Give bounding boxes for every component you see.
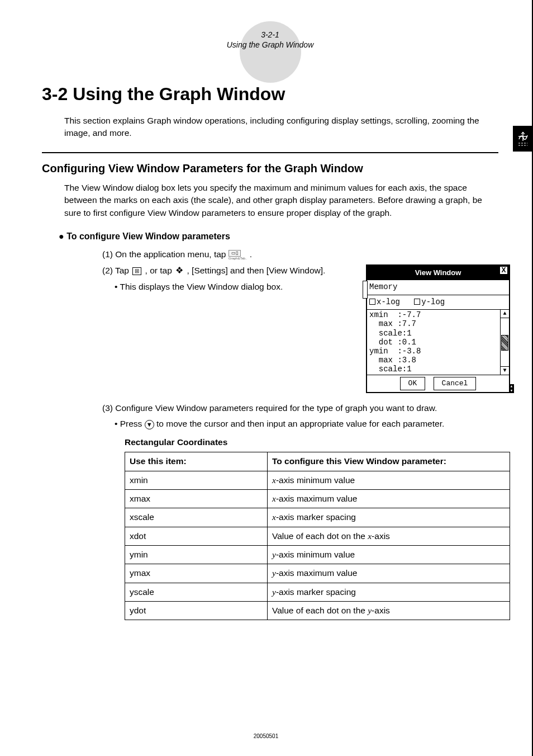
cell-item: yscale: [125, 583, 268, 601]
dialog-body: xmin :-7.7 max :7.7 scale:1 dot :0.1 ymi…: [367, 310, 509, 375]
scroll-up-icon[interactable]: ▲: [501, 310, 509, 318]
dialog-memory-menu[interactable]: Memory: [367, 280, 509, 295]
cell-item: ydot: [125, 601, 268, 620]
dialog-params[interactable]: xmin :-7.7 max :7.7 scale:1 dot :0.1 ymi…: [367, 310, 500, 375]
cell-desc: Value of each dot on the y-axis: [268, 601, 510, 620]
cell-item: ymax: [125, 564, 268, 583]
header-subtitle: Using the Graph Window: [42, 40, 498, 49]
ylog-label: y-log: [421, 297, 445, 306]
cell-desc: y-axis maximum value: [268, 564, 510, 583]
app-menu-icon-label: Graph&Tab..: [229, 257, 248, 260]
view-window-icon: ⊞: [132, 267, 141, 275]
cell-desc: x-axis marker spacing: [268, 508, 510, 527]
intro-text: This section explains Graph window opera…: [42, 115, 498, 140]
dialog-title-bar: View Window X: [367, 266, 509, 280]
resize-grip-icon[interactable]: ▴▾: [509, 384, 514, 393]
header-page-num: 3-2-1: [42, 17, 498, 39]
subsection-para: The View Window dialog box lets you spec…: [42, 182, 498, 219]
cancel-button[interactable]: Cancel: [434, 377, 477, 390]
cell-desc: x-axis maximum value: [268, 489, 510, 508]
table-row: xmin x-axis minimum value: [125, 471, 510, 489]
step-2-row: (2) Tap ⊞ , or tap ❖ , [Settings] and th…: [70, 263, 510, 393]
table-row: xdot Value of each dot on the x-axis: [125, 527, 510, 545]
dialog-title-text: View Window: [415, 267, 461, 279]
cell-item: xmax: [125, 489, 268, 508]
close-icon[interactable]: X: [499, 266, 508, 275]
cell-item: xdot: [125, 527, 268, 545]
step-3: (3) Configure View Window parameters req…: [70, 401, 510, 415]
page: 3-2-1 Using the Graph Window 3-2 Using t…: [0, 0, 533, 756]
step2-text-a: (2) Tap: [102, 266, 131, 275]
step-2: (2) Tap ⊞ , or tap ❖ , [Settings] and th…: [70, 263, 361, 278]
step2-text-c: , [Settings] and then [View Window].: [187, 266, 325, 275]
subsection-title: Configuring View Window Parameters for t…: [42, 162, 498, 175]
task-block: (1) On the application menu, tap ▭▯ Grap…: [42, 247, 498, 620]
task-title: ● To configure View Window parameters: [59, 231, 498, 242]
cell-desc: y-axis marker spacing: [268, 583, 510, 601]
table-row: ydot Value of each dot on the y-axis: [125, 601, 510, 620]
step3-note-a: Press: [115, 419, 145, 428]
step-3-note: Press ▼ to move the cursor and then inpu…: [70, 417, 510, 431]
page-header: 3-2-1 Using the Graph Window: [42, 17, 498, 62]
cell-desc: x-axis minimum value: [268, 471, 510, 489]
table-row: xmax x-axis maximum value: [125, 489, 510, 508]
ok-button[interactable]: OK: [400, 377, 426, 390]
step-2-note: This displays the View Window dialog box…: [70, 280, 361, 294]
divider: [42, 152, 498, 153]
table-header-2: To configure this View Window parameter:: [268, 452, 510, 471]
task-bullet: ●: [59, 231, 64, 241]
step1-text-a: (1) On the application menu, tap: [102, 249, 229, 259]
xlog-label: x-log: [377, 297, 400, 306]
step2-text-b: , or tap: [145, 266, 175, 275]
step-2-left: (2) Tap ⊞ , or tap ❖ , [Settings] and th…: [70, 263, 361, 295]
section-title: 3-2 Using the Graph Window: [42, 84, 498, 105]
cell-item: xscale: [125, 508, 268, 527]
table-row: ymin y-axis minimum value: [125, 545, 510, 564]
table-row: yscale y-axis marker spacing: [125, 583, 510, 601]
table-header-row: Use this item: To configure this View Wi…: [125, 452, 510, 471]
app-menu-icon-glyph: ▭▯: [229, 250, 241, 257]
table-header-1: Use this item:: [125, 452, 268, 471]
graph-tab-icon: [516, 131, 530, 147]
app-menu-icon: ▭▯ Graph&Tab..: [229, 250, 248, 260]
cell-item: xmin: [125, 471, 268, 489]
task-title-text: To configure View Window parameters: [66, 231, 230, 241]
ylog-checkbox[interactable]: [414, 299, 420, 305]
scroll-down-icon[interactable]: ▼: [501, 366, 509, 375]
view-window-dialog: View Window X Memory x-log y-log xmin :-…: [366, 264, 510, 393]
side-tab-icon: [513, 126, 533, 152]
scroll-thumb[interactable]: [501, 335, 508, 351]
steps: (1) On the application menu, tap ▭▯ Grap…: [70, 247, 510, 620]
step1-text-b: .: [250, 249, 252, 259]
cell-item: ymin: [125, 545, 268, 564]
cell-desc: Value of each dot on the x-axis: [268, 527, 510, 545]
table-row: ymax y-axis maximum value: [125, 564, 510, 583]
table-title: Rectangular Coordinates: [125, 435, 510, 450]
params-table: Use this item: To configure this View Wi…: [125, 452, 510, 620]
spacer: [70, 393, 510, 401]
footer-date: 20050501: [0, 733, 532, 739]
xlog-checkbox[interactable]: [369, 299, 375, 305]
scroll-track[interactable]: [501, 318, 509, 366]
step-1: (1) On the application menu, tap ▭▯ Grap…: [70, 247, 510, 262]
dialog-buttons: OK Cancel ▴▾: [367, 375, 509, 392]
dialog-log-row: x-log y-log: [367, 295, 509, 310]
table-row: xscale x-axis marker spacing: [125, 508, 510, 527]
dialog-scrollbar[interactable]: ▲ ▼: [500, 310, 509, 375]
step3-note-b: to move the cursor and then input an app…: [156, 419, 444, 428]
cell-desc: y-axis minimum value: [268, 545, 510, 564]
settings-icon: ❖: [175, 263, 183, 278]
down-cursor-icon: ▼: [145, 420, 154, 429]
